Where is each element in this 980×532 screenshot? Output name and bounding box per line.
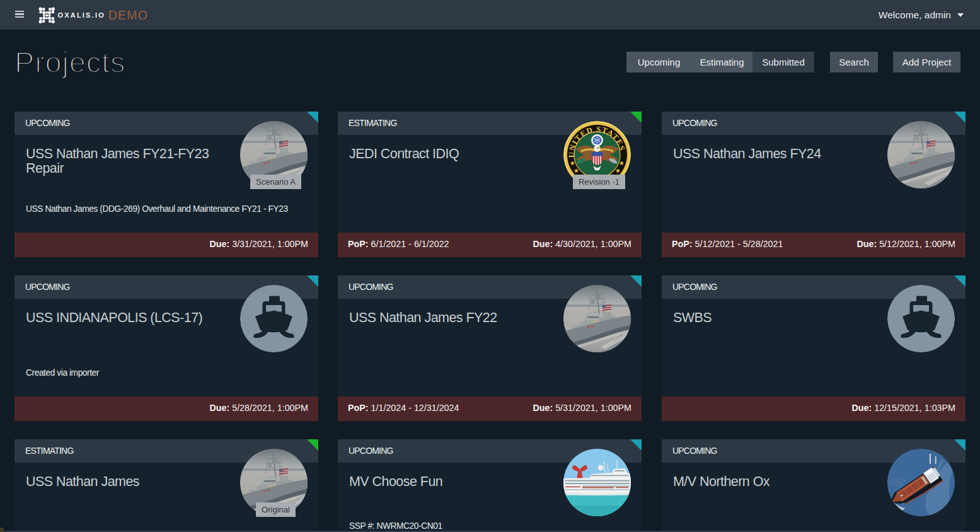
svg-text:DEMO: DEMO	[108, 8, 148, 22]
svg-text:Projects: Projects	[14, 45, 125, 79]
